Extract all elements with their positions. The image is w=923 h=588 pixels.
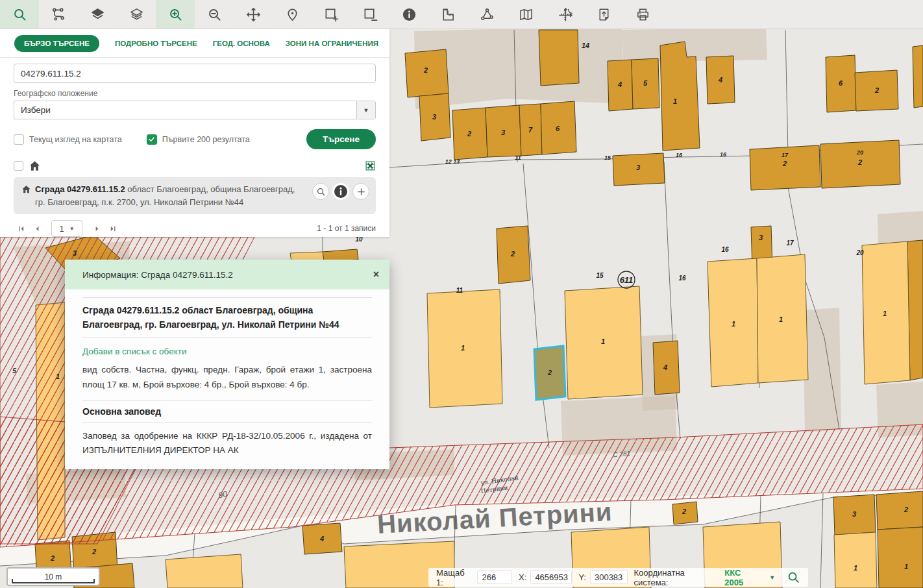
first-200-results-label: Първите 200 резултата (162, 135, 250, 144)
result-info-button[interactable] (332, 183, 349, 200)
search-input[interactable] (14, 64, 376, 83)
toolbar-axes-button[interactable] (545, 0, 584, 29)
toolbar-route-button[interactable] (39, 0, 78, 29)
map-number-label: 11 (515, 154, 521, 161)
x-label: X: (519, 572, 526, 582)
current-map-view-checkbox[interactable] (14, 134, 24, 145)
add-result-button[interactable] (352, 183, 369, 200)
map-number-label: 12 13 (445, 158, 460, 165)
toolbar-zoom-in-button[interactable] (156, 0, 195, 29)
pager-next-button[interactable] (89, 221, 105, 236)
toolbar-print-button[interactable] (623, 0, 662, 29)
result-item[interactable]: Сграда 04279.611.15.2 област Благоевград… (14, 177, 376, 214)
map-ortho-patch (803, 308, 841, 432)
x-coordinate-input[interactable]: 4656953 (530, 570, 572, 584)
close-icon[interactable]: × (373, 269, 379, 280)
toolbar-search-button[interactable] (0, 0, 39, 29)
map-number-label: 16 (721, 246, 729, 253)
map-number-label: 1 (854, 564, 857, 572)
polygon-icon (480, 7, 495, 22)
zoom-in-icon (168, 7, 183, 22)
toolbar-polygon-button[interactable] (467, 0, 506, 29)
map-number-label: 1 (883, 310, 887, 317)
search-icon (12, 7, 27, 22)
toolbar-ruler-button[interactable] (428, 0, 467, 29)
excel-export-icon[interactable] (365, 160, 376, 171)
map-scale-bar: 10 m (6, 567, 100, 586)
map-number-label: 11 (456, 287, 463, 294)
map-number-label: 2 (467, 130, 471, 138)
map-building[interactable] (834, 532, 877, 588)
tab-бързо-търсене[interactable]: БЪРЗО ТЪРСЕНЕ (14, 35, 99, 52)
page-number: 1 (59, 224, 64, 234)
map-number-label: 1 (732, 320, 735, 328)
map-building[interactable] (166, 554, 243, 588)
map-building[interactable] (876, 491, 923, 530)
zoom-out-icon (207, 7, 222, 22)
pager-last-button[interactable] (105, 221, 120, 236)
info-icon (333, 184, 349, 199)
crs-label: Координатна система: (634, 568, 721, 587)
scale-input[interactable]: 266 (477, 570, 512, 584)
zoom-to-result-button[interactable] (312, 183, 329, 200)
map-building[interactable] (878, 527, 923, 588)
toolbar-pan-button[interactable] (234, 0, 273, 29)
chevron-down-icon[interactable]: ▼ (769, 574, 775, 581)
toolbar-info-button[interactable] (389, 0, 428, 29)
tab-подробно-търсене[interactable]: ПОДРОБНО ТЪРСЕНЕ (115, 40, 197, 47)
map-building[interactable] (660, 42, 700, 151)
map-number-label: 7 (528, 126, 533, 134)
map-number-label: 4 (617, 80, 622, 88)
pan-icon (246, 7, 261, 22)
map-number-label: 2 (782, 160, 787, 167)
toolbar-rect-minus-button[interactable] (351, 0, 389, 29)
toolbar-zoom-out-button[interactable] (195, 0, 234, 29)
rect-plus-icon (324, 7, 339, 22)
map-number-label: 2 (547, 369, 552, 376)
map-number-label: 3 (432, 113, 436, 121)
main-toolbar (0, 0, 923, 29)
toolbar-layers-filled-button[interactable] (78, 0, 117, 29)
search-panel: БЪРЗО ТЪРСЕНЕПОДРОБНО ТЪРСЕНЕГЕОД. ОСНОВ… (0, 29, 389, 237)
map-number-label: 2 (682, 508, 686, 515)
map-number-label: 6 (839, 79, 843, 87)
coordinate-search-icon[interactable] (787, 570, 800, 584)
map-number-label: 20 (856, 149, 863, 156)
add-to-object-list-link[interactable]: Добави в списък с обекти (82, 347, 372, 356)
pager-prev-button[interactable] (29, 221, 45, 236)
y-coordinate-input[interactable]: 300383 (590, 570, 628, 584)
search-icon (316, 187, 326, 197)
tab-геод-основа[interactable]: ГЕОД. ОСНОВА (213, 40, 270, 47)
map-number-label: 16 (720, 151, 727, 158)
info-popup: Информация: Сграда 04279.611.15.2 × Сгра… (65, 260, 389, 469)
map-number-label: 2 (904, 506, 908, 513)
geo-position-value: Избери (14, 101, 356, 119)
map-building[interactable] (539, 30, 579, 86)
toolbar-rect-plus-button[interactable] (312, 0, 351, 29)
map-building[interactable] (913, 45, 923, 108)
object-heading: Сграда 04279.611.15.2 област Благоевград… (82, 297, 372, 338)
map-number-label: 2 (92, 548, 96, 556)
toolbar-pin-button[interactable] (273, 0, 312, 29)
first-200-results-checkbox[interactable] (147, 134, 157, 145)
map-number-label: 3 (73, 249, 77, 257)
search-button[interactable]: Търсене (306, 129, 376, 149)
toolbar-export-button[interactable] (584, 0, 623, 29)
map-number-label: 20 (855, 249, 864, 256)
map-number-label: 14 (582, 42, 589, 49)
toolbar-map-button[interactable] (506, 0, 545, 29)
toolbar-layers-button[interactable] (117, 0, 156, 29)
geo-position-select[interactable]: Избери ▼ (14, 101, 376, 119)
map-number-label: 1 (779, 315, 783, 323)
app-window: 1423237612 13114514621516163172202231115… (0, 0, 923, 588)
page-select[interactable]: 1 ▼ (51, 220, 82, 237)
tab-зони-на-ограничения[interactable]: ЗОНИ НА ОГРАНИЧЕНИЯ (286, 40, 378, 47)
route-icon (51, 7, 66, 22)
chevron-down-icon[interactable]: ▼ (356, 101, 375, 119)
map-number-label: 15 (596, 272, 604, 279)
pager-next-icon (93, 225, 101, 233)
select-all-results-checkbox[interactable] (14, 161, 23, 171)
crs-select[interactable]: ККС 2005 (724, 568, 761, 587)
map-number-label: 3 (636, 164, 640, 171)
pager-first-button[interactable] (14, 221, 29, 236)
